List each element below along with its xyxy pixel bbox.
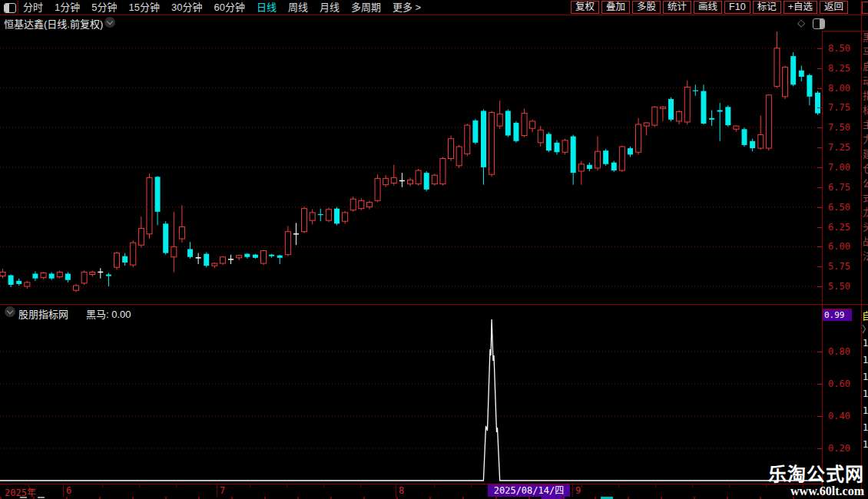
price-label: 6.00: [828, 241, 850, 252]
chart-title-row: 恒基达鑫(日线.前复权): [0, 15, 822, 29]
price-label: 7.25: [828, 142, 850, 153]
window-layout-button[interactable]: [1, 1, 18, 14]
indicator-axis-label: 0.20: [828, 443, 850, 454]
month-label: 8: [399, 485, 404, 496]
toolbar-button-8[interactable]: 返回: [820, 1, 848, 14]
week-tick: [139, 484, 140, 487]
price-label: 6.50: [828, 202, 850, 213]
indicator-max-badge: 0.99: [823, 309, 852, 321]
menu-item-9[interactable]: 多周期: [351, 1, 381, 15]
price-label: 8.25: [828, 63, 850, 74]
week-tick: [471, 484, 472, 487]
menu-item-0[interactable]: 分时: [23, 1, 43, 15]
diamond-icon[interactable]: ◇: [797, 17, 805, 28]
price-label: 5.50: [828, 281, 850, 292]
price-label: 6.25: [828, 222, 850, 233]
week-tick: [323, 484, 324, 487]
week-tick: [766, 484, 767, 487]
toolbar-button-0[interactable]: 复权: [571, 1, 599, 14]
split-panel-icon[interactable]: [813, 18, 825, 29]
watermark-url: www.60lt.com: [768, 484, 864, 497]
week-tick: [581, 484, 582, 487]
week-tick: [250, 484, 250, 487]
glyph-fragment: [38, 497, 45, 498]
axis-border: [822, 31, 823, 497]
candlestick-chart[interactable]: [0, 31, 822, 304]
price-label: 6.75: [828, 182, 850, 193]
week-tick: [508, 484, 509, 487]
toolbar-button-3[interactable]: 统计: [663, 1, 691, 14]
menu-item-3[interactable]: 15分钟: [128, 1, 159, 15]
selected-date-badge: 2025/08/14/四: [488, 484, 570, 497]
panel-layout-icon: [4, 3, 16, 13]
glyph-fragment: 〉: [862, 322, 868, 335]
toolbar-button-5[interactable]: F10: [724, 1, 750, 14]
indicator-axis-label: 0.40: [828, 411, 850, 421]
sidebar-tab-fragment[interactable]: 自: [862, 308, 868, 322]
price-label: 7.75: [828, 102, 850, 113]
toolbar-button-4[interactable]: 画线: [694, 1, 722, 14]
month-label: 9: [575, 485, 581, 496]
week-tick: [729, 484, 730, 487]
month-divider: [217, 484, 217, 497]
trading-app-window: 分时1分钟5分钟15分钟30分钟60分钟日线周线月线多周期更多 > 复权叠加多股…: [0, 0, 868, 499]
week-tick: [655, 484, 656, 487]
week-tick: [545, 484, 545, 487]
week-tick: [618, 484, 619, 487]
watermark: 乐淘公式网 www.60lt.com: [768, 464, 864, 497]
month-label: 7: [220, 485, 225, 496]
menu-item-4[interactable]: 30分钟: [171, 1, 202, 15]
indicator-axis-label: 0.80: [828, 346, 850, 357]
period-toolbar: 分时1分钟5分钟15分钟30分钟60分钟日线周线月线多周期更多 > 复权叠加多股…: [0, 0, 868, 15]
right-sidebar-strip[interactable]: 黑马启动指标主力建仓公式龙头战法 自 〉 1 1 1 1 1 1 1: [862, 0, 868, 499]
sidebar-numbers-fragment: 1 1 1 1 1 1 1: [863, 335, 868, 453]
week-tick: [28, 484, 29, 487]
price-label: 5.75: [828, 261, 850, 272]
month-label: 6: [66, 485, 71, 496]
chevron-down-circle-icon[interactable]: [5, 306, 15, 317]
price-label: 8.00: [828, 83, 850, 94]
indicator-header: 股朋指标网 黑马: 0.00: [0, 304, 868, 319]
toolbar-button-2[interactable]: 多股: [632, 1, 661, 14]
month-divider: [63, 484, 64, 497]
menu-item-1[interactable]: 1分钟: [55, 1, 80, 15]
menu-item-2[interactable]: 5分钟: [91, 1, 117, 15]
indicator-axis-label: 0.60: [828, 378, 850, 389]
menu-item-5[interactable]: 60分钟: [214, 1, 244, 15]
toolbar-button-1[interactable]: 叠加: [601, 1, 630, 14]
week-tick: [360, 484, 361, 487]
week-tick: [176, 484, 177, 487]
price-label: 8.50: [828, 43, 850, 54]
price-label: 7.50: [828, 122, 850, 133]
week-tick: [692, 484, 693, 487]
month-divider: [396, 484, 396, 497]
toolbar-button-6[interactable]: 标记: [753, 1, 781, 14]
action-toolbar: 复权叠加多股统计画线F10标记+自选返回: [571, 1, 848, 14]
menu-item-8[interactable]: 月线: [320, 1, 340, 15]
month-divider: [572, 484, 573, 497]
date-axis[interactable]: 2025年 2025/08/14/四 6789: [0, 484, 822, 497]
axis-top-border: [822, 31, 868, 31]
indicator-chart[interactable]: [0, 319, 822, 483]
week-tick: [287, 484, 287, 487]
menu-item-7[interactable]: 周线: [288, 1, 308, 15]
stock-title: 恒基达鑫(日线.前复权): [4, 16, 103, 31]
price-label: 7.00: [828, 162, 850, 173]
week-tick: [434, 484, 435, 487]
week-tick: [102, 484, 103, 487]
menu-item-10[interactable]: 更多 >: [393, 1, 421, 15]
watermark-site-name: 乐淘公式网: [768, 464, 864, 484]
chevron-down-circle-icon[interactable]: [104, 17, 115, 28]
vertical-text-fragment: 黑马启动指标主力建仓公式龙头战法: [862, 32, 868, 266]
toolbar-button-7[interactable]: +自选: [784, 1, 817, 14]
glyph-fragment: [20, 497, 27, 498]
menu-item-6[interactable]: 日线: [257, 1, 277, 15]
period-menu: 分时1分钟5分钟15分钟30分钟60分钟日线周线月线多周期更多 >: [23, 0, 421, 15]
